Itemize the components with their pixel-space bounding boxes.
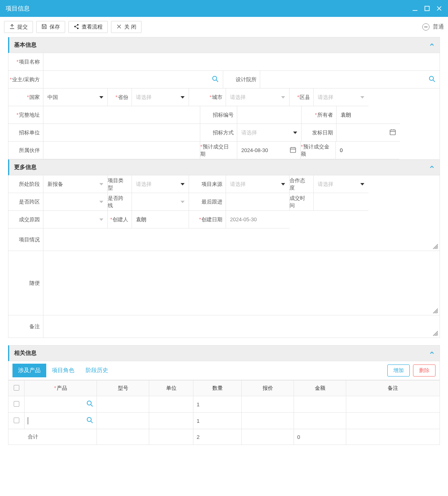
save-button[interactable]: 保存 — [36, 21, 65, 33]
label-est-deal-amount: 预计成交金额 — [301, 143, 332, 158]
tab-products[interactable]: 涉及产品 — [12, 364, 46, 377]
status-icon — [422, 23, 430, 31]
close-button[interactable]: 关 闭 — [111, 21, 142, 33]
products-table: 产品 型号 单位 数量 报价 金额 备注 1 — [8, 380, 440, 445]
chevron-down-icon — [181, 96, 185, 99]
resize-grip-icon[interactable] — [432, 243, 438, 249]
calendar-icon[interactable] — [290, 146, 296, 154]
input-owner[interactable]: 袁朗 — [337, 106, 400, 124]
cell-amount[interactable] — [294, 413, 346, 429]
select-province[interactable]: 请选择 — [132, 88, 189, 106]
select-city[interactable]: 请选择 — [226, 88, 290, 106]
tab-history[interactable]: 阶段历史 — [80, 364, 114, 377]
cell-unit[interactable] — [149, 413, 193, 429]
search-icon[interactable] — [86, 417, 93, 425]
cell-remark[interactable] — [346, 413, 440, 429]
select-cross-line[interactable] — [132, 193, 189, 211]
section-more-title: 更多信息 — [14, 164, 37, 171]
input-partner[interactable] — [43, 142, 200, 159]
section-more-header[interactable]: 更多信息 — [8, 159, 440, 175]
section-related-title: 相关信息 — [14, 350, 37, 357]
submit-button[interactable]: 提交 — [4, 21, 33, 33]
cell-quote[interactable] — [242, 396, 294, 413]
select-project-type[interactable]: 请选择 — [132, 175, 189, 193]
label-city: 城市 — [210, 94, 222, 101]
label-owner: 所有者 — [315, 111, 333, 119]
table-row[interactable]: 1 — [8, 413, 440, 429]
placeholder-province: 请选择 — [136, 94, 152, 101]
view-flow-button[interactable]: 查看流程 — [68, 21, 108, 33]
tab-roles[interactable]: 项目角色 — [46, 364, 80, 377]
cell-qty[interactable]: 1 — [193, 413, 242, 429]
section-basic-header[interactable]: 基本信息 — [8, 37, 440, 53]
chevron-down-icon — [293, 132, 297, 134]
input-full-address[interactable] — [43, 106, 200, 124]
input-owner-buyer[interactable] — [43, 71, 223, 88]
select-all-checkbox[interactable] — [14, 385, 19, 391]
select-stage[interactable]: 新报备 — [43, 175, 108, 193]
search-icon[interactable] — [429, 76, 436, 84]
input-create-date[interactable]: 2024-05-30 — [226, 211, 290, 228]
window-minimize-button[interactable] — [412, 5, 418, 12]
svg-point-4 — [77, 24, 79, 25]
row-checkbox[interactable] — [14, 401, 19, 407]
input-design-inst[interactable] — [260, 71, 440, 88]
label-project-situation: 项目情况 — [19, 236, 40, 243]
section-related-header[interactable]: 相关信息 — [8, 345, 440, 361]
input-last-follow[interactable] — [226, 193, 290, 211]
total-label: 合计 — [25, 429, 97, 445]
input-est-deal-date[interactable]: 2024-08-30 — [237, 142, 301, 159]
select-country[interactable]: 中国 — [43, 88, 108, 106]
svg-point-28 — [87, 401, 91, 405]
input-project-name[interactable] — [43, 53, 440, 71]
select-bid-method[interactable]: 请选择 — [237, 124, 302, 142]
cell-unit[interactable] — [149, 396, 193, 413]
th-unit: 单位 — [149, 381, 193, 396]
search-icon[interactable] — [212, 76, 219, 84]
cell-quote[interactable] — [242, 413, 294, 429]
textarea-anything[interactable] — [43, 251, 440, 315]
cell-remark[interactable] — [346, 396, 440, 413]
value-creator: 袁朗 — [136, 216, 146, 223]
select-cross-region[interactable] — [43, 193, 108, 211]
chevron-down-icon — [99, 183, 103, 185]
cell-amount[interactable] — [294, 396, 346, 413]
textarea-project-situation[interactable] — [43, 228, 440, 251]
window-maximize-button[interactable] — [424, 5, 430, 12]
window-close-button[interactable] — [436, 5, 442, 12]
input-bid-unit[interactable] — [43, 124, 200, 142]
textarea-remark[interactable] — [43, 315, 440, 338]
upload-icon — [9, 24, 15, 31]
row-checkbox[interactable] — [14, 418, 19, 423]
input-deal-time[interactable] — [314, 193, 368, 211]
input-creator[interactable]: 袁朗 — [132, 211, 189, 228]
input-issue-date[interactable] — [337, 124, 400, 142]
resize-grip-icon[interactable] — [432, 307, 438, 313]
cell-product[interactable] — [28, 417, 93, 425]
cell-model[interactable] — [97, 413, 149, 429]
input-est-deal-amount[interactable]: 0 — [336, 142, 399, 159]
select-district[interactable]: 请选择 — [314, 88, 368, 106]
value-est-deal-amount: 0 — [340, 147, 343, 153]
value-create-date: 2024-05-30 — [230, 216, 257, 222]
table-row[interactable]: 1 — [8, 396, 440, 413]
cell-model[interactable] — [97, 396, 149, 413]
placeholder-bid-method: 请选择 — [241, 129, 257, 136]
calendar-icon[interactable] — [389, 129, 396, 137]
select-deal-reason[interactable] — [43, 211, 108, 228]
delete-button[interactable]: 删除 — [413, 364, 436, 377]
search-icon[interactable] — [86, 400, 93, 408]
resize-grip-icon[interactable] — [432, 329, 438, 336]
input-bid-no[interactable] — [237, 106, 302, 124]
cell-qty[interactable]: 1 — [193, 396, 242, 413]
cell-product[interactable] — [28, 400, 93, 408]
add-button[interactable]: 增加 — [387, 364, 410, 377]
status-chip[interactable]: 普通 — [422, 23, 444, 31]
select-project-source[interactable]: 请选择 — [226, 175, 290, 193]
table-header-row: 产品 型号 单位 数量 报价 金额 备注 — [8, 381, 440, 396]
save-icon — [41, 24, 47, 31]
select-coop-attitude[interactable]: 请选择 — [314, 175, 368, 193]
label-project-type: 项目类型 — [108, 177, 128, 191]
status-label: 普通 — [433, 23, 444, 31]
label-province: 省份 — [115, 94, 128, 101]
